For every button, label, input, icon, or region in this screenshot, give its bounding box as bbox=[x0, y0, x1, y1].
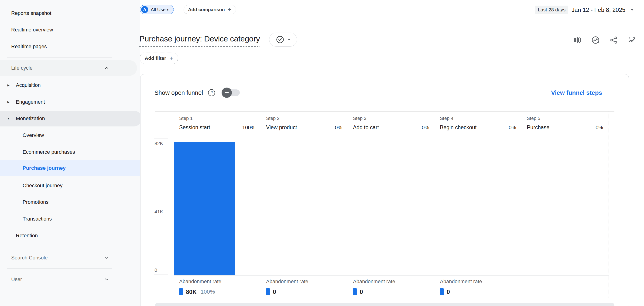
y-axis-label-max: 82K bbox=[154, 141, 163, 146]
show-open-funnel-label: Show open funnel bbox=[154, 89, 203, 96]
y-axis-label-zero: 0 bbox=[154, 267, 157, 273]
sidebar-item-transactions[interactable]: Transactions bbox=[0, 211, 148, 227]
y-axis-label-mid: 41K bbox=[154, 209, 163, 215]
sidebar-item-reports-snapshot[interactable]: Reports snapshot bbox=[0, 5, 137, 22]
all-users-comparison-chip[interactable]: A All Users bbox=[140, 5, 174, 14]
sidebar-item-overview[interactable]: Overview bbox=[0, 127, 148, 144]
abandonment-row-bottom-border bbox=[174, 298, 608, 298]
y-axis-tick bbox=[154, 139, 168, 139]
sidebar-item-monetization[interactable]: ▼ Monetization bbox=[0, 111, 142, 126]
date-preset-badge: Last 28 days bbox=[535, 5, 568, 14]
sidebar-item-checkout-journey[interactable]: Checkout journey bbox=[0, 177, 148, 194]
date-range-text: Jan 12 - Feb 8, 2025 bbox=[572, 6, 625, 13]
column-separator bbox=[522, 112, 522, 298]
funnel-step-header-5: Step 5 Purchase0% bbox=[522, 114, 608, 137]
funnel-step-header-4: Step 4 Begin checkout0% bbox=[435, 114, 522, 137]
next-section-header-partial bbox=[155, 303, 614, 306]
collapse-down-icon[interactable]: ▼ bbox=[6, 117, 11, 120]
sidebar-item-purchase-journey-selected[interactable]: Purchase journey bbox=[0, 160, 148, 176]
plus-icon: + bbox=[228, 6, 231, 13]
abandonment-cell-step-4: Abandonment rate 0 bbox=[440, 279, 517, 295]
abandonment-cell-step-3: Abandonment rate 0 bbox=[353, 279, 430, 295]
ga4-report-page: Reports snapshot Realtime overview Realt… bbox=[0, 0, 644, 306]
generated-insights-button[interactable] bbox=[627, 35, 637, 45]
sidebar-item-promotions[interactable]: Promotions bbox=[0, 194, 148, 211]
y-axis-tick bbox=[154, 275, 168, 275]
report-title-row: Purchase journey: Device category bbox=[139, 33, 297, 48]
insights-trend-button[interactable] bbox=[590, 35, 601, 45]
report-action-icons bbox=[572, 35, 637, 45]
dropdown-caret-icon bbox=[288, 39, 290, 40]
expand-right-icon[interactable]: ▶ bbox=[6, 84, 11, 87]
add-filter-button[interactable]: Add filter + bbox=[140, 52, 178, 64]
column-separator bbox=[261, 112, 261, 298]
dropdown-caret-icon bbox=[630, 9, 634, 11]
sidebar-divider bbox=[7, 57, 112, 58]
series-color-swatch bbox=[266, 288, 270, 295]
comparison-chips-row: A All Users Add comparison + bbox=[140, 5, 236, 14]
series-color-swatch bbox=[353, 288, 357, 295]
column-separator bbox=[435, 112, 435, 298]
sidebar-item-retention[interactable]: Retention bbox=[0, 227, 142, 244]
toggle-knob-off bbox=[222, 88, 232, 98]
funnel-step-header-2: Step 2 View product0% bbox=[261, 114, 348, 137]
column-separator bbox=[608, 112, 609, 298]
funnel-step-header-3: Step 3 Add to cart0% bbox=[348, 114, 435, 137]
sidebar-section-life-cycle[interactable]: Life cycle bbox=[0, 60, 137, 76]
abandonment-cell-step-1: Abandonment rate 80K 100% bbox=[179, 279, 256, 295]
view-funnel-steps-link[interactable]: View funnel steps bbox=[551, 89, 602, 96]
sidebar-item-realtime-overview[interactable]: Realtime overview bbox=[0, 21, 137, 38]
funnel-step-header-1: Step 1 Session start100% bbox=[174, 114, 261, 137]
date-range-selector[interactable]: Last 28 days Jan 12 - Feb 8, 2025 bbox=[535, 5, 634, 14]
sidebar-section-search-console[interactable]: Search Console bbox=[0, 249, 137, 266]
share-icon bbox=[610, 36, 618, 44]
sidebar-item-ecommerce-purchases[interactable]: Ecommerce purchases bbox=[0, 144, 148, 160]
add-comparison-button[interactable]: Add comparison + bbox=[184, 5, 236, 14]
check-circle-icon bbox=[276, 35, 284, 44]
share-button[interactable] bbox=[608, 35, 619, 45]
page-title[interactable]: Purchase journey: Device category bbox=[139, 34, 260, 47]
sidebar-section-user[interactable]: User bbox=[0, 271, 137, 288]
series-color-swatch bbox=[440, 288, 444, 295]
header-divider bbox=[140, 25, 644, 25]
column-separator bbox=[348, 112, 348, 298]
funnel-bar-step-1 bbox=[174, 142, 235, 275]
ab-compare-icon bbox=[573, 36, 582, 44]
y-axis-tick bbox=[154, 207, 168, 207]
chevron-up-icon bbox=[104, 65, 110, 71]
comparison-avatar: A bbox=[141, 6, 148, 13]
funnel-table-top-border bbox=[155, 111, 614, 112]
report-saved-state-dropdown[interactable] bbox=[269, 33, 297, 46]
expand-right-icon[interactable]: ▶ bbox=[6, 100, 11, 104]
insights-sparkle-icon bbox=[627, 35, 636, 45]
report-nav-sidebar: Reports snapshot Realtime overview Realt… bbox=[0, 0, 140, 306]
abandonment-row-top-border bbox=[174, 275, 608, 276]
sidebar-item-engagement[interactable]: ▶ Engagement bbox=[0, 94, 142, 110]
trend-circle-icon bbox=[591, 35, 600, 45]
help-icon[interactable]: ? bbox=[208, 89, 215, 96]
plus-icon: + bbox=[170, 55, 173, 61]
show-open-funnel-row: Show open funnel ? bbox=[154, 87, 240, 98]
abandonment-cell-step-2: Abandonment rate 0 bbox=[266, 279, 343, 295]
chevron-down-icon bbox=[104, 255, 110, 261]
sidebar-divider bbox=[7, 246, 112, 246]
chevron-down-icon bbox=[104, 277, 110, 282]
sidebar-divider bbox=[7, 268, 112, 269]
sidebar-item-realtime-pages[interactable]: Realtime pages bbox=[0, 38, 137, 55]
edit-comparisons-button[interactable] bbox=[572, 35, 582, 45]
series-color-swatch bbox=[179, 288, 183, 295]
sidebar-item-acquisition[interactable]: ▶ Acquisition bbox=[0, 77, 142, 94]
all-users-label: All Users bbox=[151, 7, 170, 12]
show-open-funnel-toggle[interactable] bbox=[222, 87, 240, 98]
